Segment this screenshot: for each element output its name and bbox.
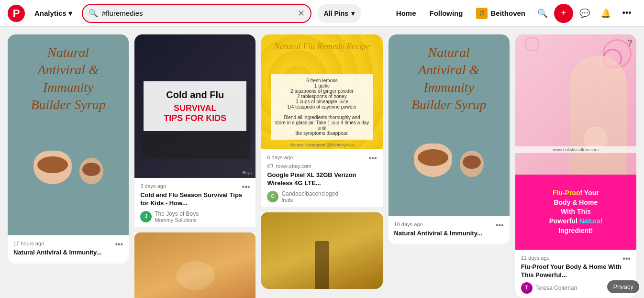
pin-title: Natural Antiviral & Immunity... <box>394 230 504 238</box>
pin-card[interactable]: Cold and Flu SURVIVALTIPS FOR KIDS Bsys … <box>134 34 255 298</box>
pin-image-text: NaturalAntiviral &ImmunityBuilder Syrup <box>411 44 486 114</box>
tag-icon: 🏷 <box>267 163 273 169</box>
recipe-title: Natural Flu Remedy Recipe <box>266 42 378 52</box>
pin-source-row: 🏷 rover.ebay.com <box>267 163 377 169</box>
pin-title: Google Pixel XL 32GB Verizon Wireless 4G… <box>267 171 377 188</box>
author-avatar: T <box>521 282 533 294</box>
flu-proof-yellow: Flu-Proof <box>553 189 582 197</box>
messages-button[interactable]: 💬 <box>575 4 594 23</box>
search-icon: 🔍 <box>89 9 98 18</box>
pin-time: 6 days ago <box>267 155 293 160</box>
beithoven-icon: 🎵 <box>476 8 488 19</box>
pin-card[interactable]: Natural Flu Remedy Recipe 6 fresh lemons… <box>261 34 382 289</box>
pin-card[interactable]: NaturalAntiviral &ImmunityBuilder Syrup … <box>8 34 129 264</box>
pin-footer: 10 days ago ••• Natural Antiviral & Immu… <box>389 216 510 244</box>
pinterest-logo[interactable]: P <box>8 5 25 22</box>
pin-image: Cold and Flu SURVIVALTIPS FOR KIDS Bsys <box>134 34 255 178</box>
pin-footer: 6 days ago ••• 🏷 rover.ebay.com Google P… <box>261 149 382 207</box>
girl-image <box>515 34 636 175</box>
nav-following[interactable]: Following <box>424 5 469 21</box>
recipe-text: 6 fresh lemons 1 garlic 2 teaspoons of g… <box>271 74 373 140</box>
pin-more-button[interactable]: ••• <box>496 221 504 230</box>
beithoven-button[interactable]: 🎵 Beithoven <box>470 5 531 22</box>
header: P Analytics ▾ 🔍 ✕ All Pins ▾ Home Follow… <box>0 0 644 27</box>
flu-proof-cyan: Natural <box>579 217 602 225</box>
author-name: Teresa Coleman <box>535 285 577 291</box>
pin-footer: 3 days ago ••• Cold and Flu Season Survi… <box>134 178 255 227</box>
pin-time: 11 days ago <box>521 255 550 261</box>
pin-title: Flu-Proof Your Body & Home With This Pow… <box>521 263 631 279</box>
author-info: The Joys of Boys Mommy Solutions <box>155 210 199 223</box>
filter-chevron-icon: ▾ <box>351 10 355 17</box>
search-input[interactable] <box>102 9 294 17</box>
logo-p: P <box>13 7 20 20</box>
pin-time: 10 days ago <box>394 221 423 227</box>
pin-author: J The Joys of Boys Mommy Solutions <box>140 210 250 223</box>
nav-home[interactable]: Home <box>390 5 422 21</box>
author-avatar: J <box>140 211 152 222</box>
pin-more-button[interactable]: ••• <box>369 154 377 163</box>
beithoven-label: Beithoven <box>490 9 525 17</box>
pin-more-button[interactable]: ••• <box>622 254 631 263</box>
notifications-button[interactable]: 🔔 <box>596 4 615 23</box>
add-pin-button[interactable]: + <box>554 4 573 23</box>
analytics-button[interactable]: Analytics ▾ <box>31 6 76 21</box>
pin-image: NaturalAntiviral &ImmunityBuilder Syrup <box>8 34 129 235</box>
author-info: Candaceibacencioged fruits <box>281 190 338 203</box>
pin-more-button[interactable]: ••• <box>115 240 123 249</box>
more-options-button[interactable]: ••• <box>617 4 636 23</box>
pins-grid: NaturalAntiviral &ImmunityBuilder Syrup … <box>8 34 636 298</box>
pin-more-button[interactable]: ••• <box>242 183 250 191</box>
author-subtitle: Mommy Solutions <box>155 217 199 223</box>
filter-button[interactable]: All Pins ▾ <box>317 4 361 23</box>
sub-card-image <box>261 212 382 289</box>
pin-author: C Candaceibacencioged fruits <box>267 190 377 203</box>
pin-image-text: NaturalAntiviral &ImmunityBuilder Syrup <box>31 44 105 114</box>
author-subtitle: fruits <box>281 197 338 203</box>
website-url: www.holisticsaffron.com <box>515 146 636 153</box>
nav-links: Home Following 🎵 Beithoven 🔍 + 💬 🔔 ••• <box>390 4 636 23</box>
pin-card[interactable]: www.holisticsaffron.com Flu-Proof YourBo… <box>515 34 636 298</box>
pin-image: www.holisticsaffron.com Flu-Proof YourBo… <box>515 34 636 250</box>
author-name: Candaceibacencioged <box>281 190 338 197</box>
image-source: Source: Instagram @VivacityAsia <box>261 143 382 147</box>
help-icon[interactable]: ? <box>627 38 633 48</box>
pin-card[interactable]: NaturalAntiviral &ImmunityBuilder Syrup … <box>389 34 510 244</box>
analytics-chevron-icon: ▾ <box>68 9 72 18</box>
pin-image: Natural Flu Remedy Recipe 6 fresh lemons… <box>261 34 382 149</box>
pin-title: Natural Antiviral & Immunity... <box>13 249 123 257</box>
card-overlay: Cold and Flu SURVIVALTIPS FOR KIDS <box>144 81 246 131</box>
author-name: The Joys of Boys <box>155 210 199 217</box>
explore-button[interactable]: 🔍 <box>533 4 552 23</box>
analytics-label: Analytics <box>34 9 67 17</box>
pin-time: 3 days ago <box>140 183 166 189</box>
card-watermark: Bsys <box>243 170 252 175</box>
privacy-button[interactable]: Privacy <box>607 280 639 293</box>
clear-search-icon[interactable]: ✕ <box>298 8 305 19</box>
author-avatar: C <box>267 191 278 202</box>
pin-time: 17 hours ago <box>13 241 44 246</box>
main-content: NaturalAntiviral &ImmunityBuilder Syrup … <box>0 27 644 298</box>
pin-footer: 17 hours ago ••• Natural Antiviral & Imm… <box>8 235 129 264</box>
pin-image: NaturalAntiviral &ImmunityBuilder Syrup <box>389 34 510 216</box>
card-subtitle: SURVIVALTIPS FOR KIDS <box>153 103 237 123</box>
filter-label: All Pins <box>324 10 348 17</box>
flu-proof-ingredient: Ingredient! <box>558 227 593 234</box>
sub-card-image <box>134 232 255 298</box>
pin-title: Cold and Flu Season Survival Tips for Ki… <box>140 191 250 208</box>
flu-proof-headline: Flu-Proof YourBody & HomeWith ThisPowerf… <box>549 188 602 235</box>
search-bar: 🔍 ✕ <box>82 4 311 23</box>
pin-source: rover.ebay.com <box>276 163 311 169</box>
card-title: Cold and Flu <box>153 89 237 100</box>
author-info: Teresa Coleman <box>535 285 577 291</box>
flu-proof-text-block: Flu-Proof YourBody & HomeWith ThisPowerf… <box>515 175 636 250</box>
